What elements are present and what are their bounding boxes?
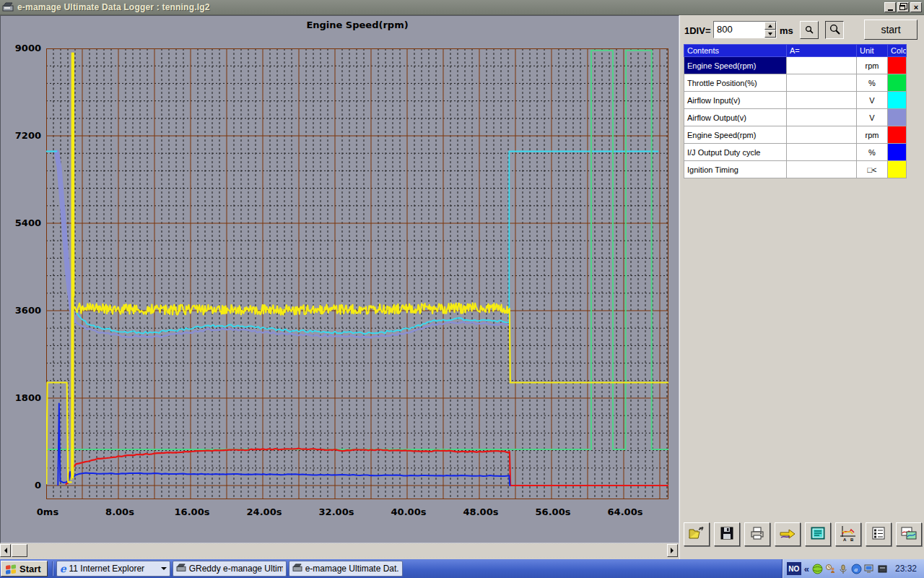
print-icon <box>749 526 765 543</box>
column-header: A= <box>787 45 857 57</box>
spinner-down-button[interactable] <box>764 30 776 38</box>
channel-row[interactable]: Airflow Input(v)V <box>684 92 907 109</box>
channel-color-swatch[interactable] <box>888 109 907 126</box>
scroll-left-icon <box>1 548 7 553</box>
channel-row[interactable]: Engine Speed(rpm)rpm <box>684 57 907 74</box>
open-file-button[interactable] <box>684 522 710 546</box>
x-tick-label: 40.00s <box>383 506 434 517</box>
channel-unit: □< <box>857 161 888 178</box>
trace-ij-output-duty <box>58 403 60 485</box>
taskbar-button-label: GReddy e-manage Ultim... <box>189 564 283 574</box>
channel-color-swatch[interactable] <box>888 57 907 74</box>
control-panel: 1DIV= 800 ms start ContentsA=UnitColorEn… <box>679 15 924 559</box>
channel-name[interactable]: Ignition Timing <box>684 161 787 178</box>
svg-text:A: A <box>843 538 847 541</box>
channel-a-value[interactable] <box>787 126 857 144</box>
x-tick-label: 56.00s <box>528 506 578 517</box>
close-button[interactable]: × <box>910 2 922 12</box>
channel-a-value[interactable] <box>787 109 857 126</box>
taskbar-button[interactable]: GReddy e-manage Ultim... <box>173 561 287 577</box>
tray-ie-icon[interactable]: a <box>851 564 862 574</box>
tray-display-icon[interactable] <box>864 564 875 574</box>
task-buttons: e11 Internet ExplorerGReddy e-manage Ult… <box>56 561 405 577</box>
div-input-value: 800 <box>714 22 764 38</box>
channel-name[interactable]: Throttle Position(%) <box>684 74 787 92</box>
tray-device-icon[interactable] <box>877 564 888 574</box>
x-tick-label: 32.00s <box>311 506 362 517</box>
div-input[interactable]: 800 <box>713 21 777 38</box>
y-tick-label: 5400 <box>1 217 41 228</box>
minimize-icon <box>888 9 893 11</box>
print-button[interactable] <box>744 522 770 546</box>
channel-a-value[interactable] <box>787 92 857 109</box>
tray-icons: a <box>812 564 888 574</box>
window-view-button[interactable] <box>805 522 831 546</box>
screen: e-mamage Ultimate Data Logger : tenning.… <box>0 0 924 578</box>
system-tray: NO « a 23:32 <box>782 559 924 578</box>
spinner-up-button[interactable] <box>764 22 776 30</box>
chart-plot-area[interactable] <box>46 48 668 499</box>
close-icon: × <box>914 4 918 11</box>
channel-color-swatch[interactable] <box>888 92 907 109</box>
horizontal-scrollbar[interactable] <box>0 543 679 558</box>
channel-a-value[interactable] <box>787 57 857 74</box>
y-tick-label: 7200 <box>1 130 41 141</box>
channel-row[interactable]: I/J Output Duty cycle% <box>684 144 907 161</box>
x-tick-label: 16.00s <box>167 506 217 517</box>
group-dropdown-icon[interactable] <box>161 567 167 573</box>
channel-row[interactable]: Throttle Position(%)% <box>684 74 907 92</box>
channel-a-value[interactable] <box>787 161 857 178</box>
channel-color-swatch[interactable] <box>888 74 907 92</box>
restore-icon <box>899 5 905 10</box>
channel-color-swatch[interactable] <box>888 144 907 161</box>
minimize-button[interactable] <box>884 2 896 12</box>
taskbar-button[interactable]: e11 Internet Explorer <box>56 561 170 577</box>
trace-airflow-input <box>509 152 658 322</box>
zoom-out-button[interactable] <box>800 21 819 39</box>
tray-scheduler-icon[interactable] <box>825 564 836 574</box>
image-overlay-icon <box>900 526 918 543</box>
tray-audio-icon[interactable] <box>838 564 849 574</box>
channel-name[interactable]: I/J Output Duty cycle <box>684 144 787 161</box>
channel-name[interactable]: Engine Speed(rpm) <box>684 126 787 144</box>
channel-row[interactable]: Engine Speed(rpm)rpm <box>684 126 907 144</box>
channel-row[interactable]: Airflow Output(v)V <box>684 109 907 126</box>
scroll-right-icon <box>671 548 676 553</box>
channel-name[interactable]: Engine Speed(rpm) <box>684 57 787 74</box>
save-file-button[interactable] <box>714 522 740 546</box>
trace-throttle-position <box>46 51 668 449</box>
export-data-button[interactable] <box>775 522 801 546</box>
app-window-icon <box>176 564 186 574</box>
channel-color-swatch[interactable] <box>888 126 907 144</box>
restore-button[interactable] <box>897 2 909 12</box>
image-overlay-button[interactable] <box>896 522 922 546</box>
taskbar-button[interactable]: e-mamage Ultimate Dat... <box>289 561 403 577</box>
graph-ab-compare-icon: AB <box>840 525 857 543</box>
svg-text:a: a <box>854 566 858 573</box>
channel-name[interactable]: Airflow Input(v) <box>684 92 787 109</box>
start-logging-button[interactable]: start <box>864 20 918 40</box>
zoom-in-button[interactable] <box>825 21 844 39</box>
scroll-right-button[interactable] <box>667 544 678 557</box>
scroll-left-button[interactable] <box>0 544 11 557</box>
internet-explorer-icon: e <box>60 564 66 573</box>
channel-a-value[interactable] <box>787 144 857 161</box>
graph-ab-compare-button[interactable]: AB <box>835 522 861 546</box>
start-menu-button[interactable]: Start <box>1 561 48 577</box>
window-titlebar[interactable]: e-mamage Ultimate Data Logger : tenning.… <box>0 0 924 15</box>
svg-text:B: B <box>850 538 854 541</box>
bottom-toolbar: AB <box>684 522 922 546</box>
channel-name[interactable]: Airflow Output(v) <box>684 109 787 126</box>
language-indicator[interactable]: NO <box>787 562 801 575</box>
channel-color-swatch[interactable] <box>888 161 907 178</box>
tray-chevron-icon[interactable]: « <box>804 564 809 574</box>
chart-title: Engine Speed(rpm) <box>46 20 668 30</box>
channel-a-value[interactable] <box>787 74 857 92</box>
magnifier-large-icon <box>829 24 841 36</box>
tray-globe-icon[interactable] <box>812 564 823 574</box>
channel-unit: rpm <box>857 57 888 74</box>
scrollbar-thumb[interactable] <box>12 544 27 557</box>
window-view-icon <box>810 526 826 543</box>
item-list-button[interactable] <box>866 522 892 546</box>
channel-row[interactable]: Ignition Timing□< <box>684 161 907 178</box>
